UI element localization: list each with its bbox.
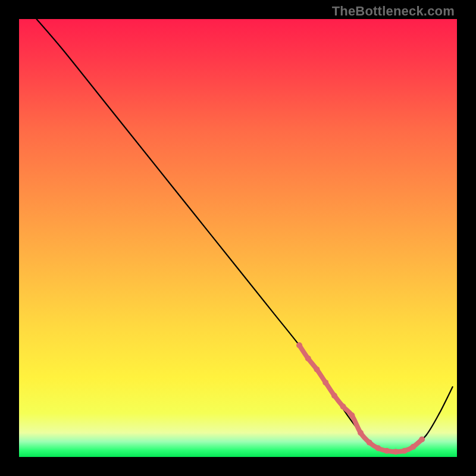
highlight-dot [349, 412, 355, 418]
highlight-dot [322, 380, 328, 386]
highlight-dot [410, 444, 416, 450]
highlight-dot [340, 403, 346, 409]
chart-background [19, 19, 457, 457]
highlight-dot [367, 440, 372, 446]
watermark-text: TheBottleneck.com [332, 4, 455, 19]
highlight-dot [393, 449, 399, 455]
highlight-dot [305, 355, 311, 361]
highlight-dot [402, 448, 408, 454]
highlight-dot [296, 342, 302, 348]
highlight-dot [314, 367, 320, 372]
highlight-dot [419, 437, 425, 443]
highlight-dot [384, 448, 390, 454]
highlight-dot [375, 445, 381, 451]
highlight-dot [358, 430, 364, 436]
highlight-dot [331, 393, 337, 399]
chart-frame [19, 19, 457, 457]
chart-svg [19, 19, 457, 457]
